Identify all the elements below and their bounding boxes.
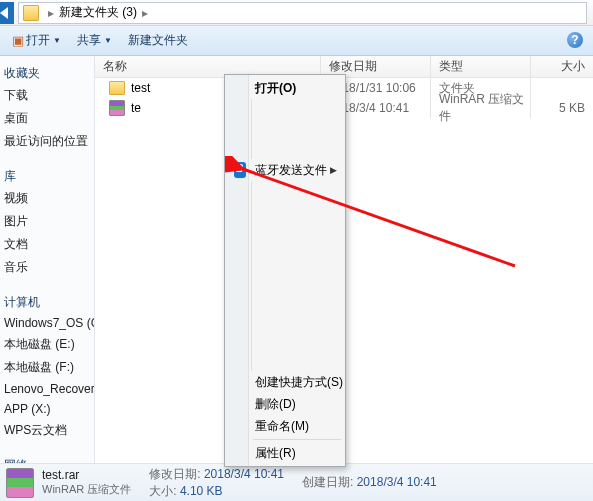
ctx-rename[interactable]: 重命名(M): [227, 415, 343, 437]
file-size: 5 KB: [531, 98, 593, 118]
file-list-area: 名称 修改日期 类型 大小 test 2018/1/31 10:06 文件夹 t…: [95, 56, 593, 463]
sidebar-item[interactable]: 图片: [0, 210, 94, 233]
details-create-value: 2018/3/4 10:41: [357, 475, 437, 489]
sidebar-item[interactable]: 最近访问的位置: [0, 130, 94, 153]
details-pane: test.rar WinRAR 压缩文件 修改日期: 2018/3/4 10:4…: [0, 463, 593, 501]
chevron-down-icon: ▼: [53, 36, 61, 45]
new-folder-button[interactable]: 新建文件夹: [120, 29, 196, 52]
sidebar-head-favorites[interactable]: 收藏夹: [0, 60, 94, 84]
details-type: WinRAR 压缩文件: [42, 482, 131, 497]
rar-icon: [109, 100, 125, 116]
ctx-open[interactable]: 打开(O): [227, 77, 343, 99]
sidebar-item[interactable]: 音乐: [0, 256, 94, 279]
sidebar-item[interactable]: Lenovo_Recovery (: [0, 379, 94, 399]
ctx-delete[interactable]: 删除(D): [227, 393, 343, 415]
toolbar: ▣ 打开 ▼ 共享 ▼ 新建文件夹 ?: [0, 26, 593, 56]
sidebar-head-computer[interactable]: 计算机: [0, 289, 94, 313]
rar-icon: [6, 468, 34, 498]
sidebar-item[interactable]: 下载: [0, 84, 94, 107]
chevron-right-icon: ▸: [137, 6, 153, 20]
ctx-shortcut[interactable]: 创建快捷方式(S): [227, 371, 343, 393]
chevron-down-icon: ▼: [104, 36, 112, 45]
open-label: 打开: [26, 32, 50, 49]
column-type[interactable]: 类型: [431, 56, 531, 77]
new-folder-label: 新建文件夹: [128, 32, 188, 49]
ctx-bluetooth[interactable]: 蓝牙发送文件▶: [227, 159, 343, 181]
file-name: test: [131, 81, 150, 95]
file-size: [531, 78, 593, 98]
ctx-separator: [253, 439, 341, 440]
chevron-right-icon: ▶: [330, 165, 337, 175]
sidebar-item[interactable]: 本地磁盘 (E:): [0, 333, 94, 356]
share-button[interactable]: 共享 ▼: [69, 29, 120, 52]
open-button[interactable]: ▣ 打开 ▼: [4, 29, 69, 52]
main-area: 收藏夹 下载 桌面 最近访问的位置 库 视频 图片 文档 音乐 计算机 Wind…: [0, 56, 593, 463]
details-size-label: 大小:: [149, 484, 176, 498]
sidebar-item[interactable]: 本地磁盘 (F:): [0, 356, 94, 379]
open-icon: ▣: [12, 33, 24, 48]
folder-icon: [23, 5, 39, 21]
bluetooth-icon: [232, 162, 248, 178]
ctx-blank: [251, 99, 343, 159]
breadcrumb-folder: 新建文件夹 (3): [59, 4, 137, 21]
chevron-right-icon: ▸: [43, 6, 59, 20]
sidebar-item[interactable]: 桌面: [0, 107, 94, 130]
sidebar-item[interactable]: Windows7_OS (C:): [0, 313, 94, 333]
sidebar-item[interactable]: 视频: [0, 187, 94, 210]
breadcrumb[interactable]: ▸ 新建文件夹 (3) ▸: [18, 2, 587, 24]
details-name: test.rar: [42, 468, 131, 482]
sidebar-item[interactable]: APP (X:): [0, 399, 94, 419]
sidebar-head-libraries[interactable]: 库: [0, 163, 94, 187]
details-mod-label: 修改日期:: [149, 467, 200, 481]
help-icon[interactable]: ?: [567, 32, 583, 48]
folder-icon: [109, 81, 125, 95]
sidebar: 收藏夹 下载 桌面 最近访问的位置 库 视频 图片 文档 音乐 计算机 Wind…: [0, 56, 95, 463]
details-size-value: 4.10 KB: [180, 484, 223, 498]
share-label: 共享: [77, 32, 101, 49]
sidebar-head-network[interactable]: 网络: [0, 452, 94, 463]
sidebar-item[interactable]: WPS云文档: [0, 419, 94, 442]
sidebar-item[interactable]: 文档: [0, 233, 94, 256]
context-menu: 打开(O) 蓝牙发送文件▶ 创建快捷方式(S) 删除(D) 重命名(M) 属性(…: [224, 74, 346, 467]
address-bar: ▸ 新建文件夹 (3) ▸: [0, 0, 593, 26]
file-name: te: [131, 101, 141, 115]
ctx-blank: [251, 181, 343, 371]
details-mod-value: 2018/3/4 10:41: [204, 467, 284, 481]
nav-back-button[interactable]: [0, 2, 14, 24]
details-create-label: 创建日期:: [302, 475, 353, 489]
ctx-properties[interactable]: 属性(R): [227, 442, 343, 464]
file-type: WinRAR 压缩文件: [431, 98, 531, 118]
column-size[interactable]: 大小: [531, 56, 593, 77]
